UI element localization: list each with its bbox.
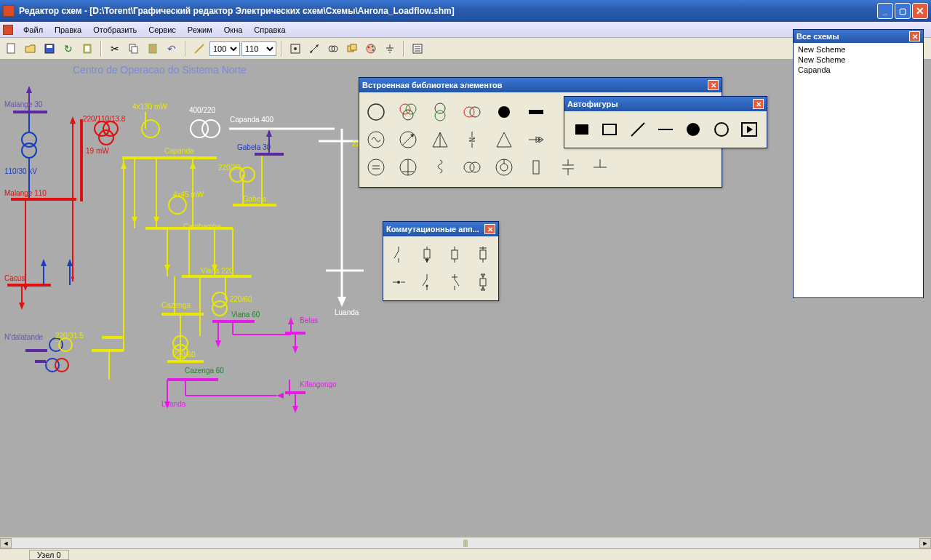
outline-rect-shape[interactable]	[599, 119, 620, 140]
diagonal-line-icon[interactable]	[305, 40, 323, 57]
schemes-panel[interactable]: Все схемы ✕ New Scheme New Scheme Capand…	[793, 29, 924, 298]
close-button[interactable]: ✕	[912, 3, 928, 19]
menu-mode[interactable]: Режим	[182, 24, 218, 36]
generator-symbol[interactable]	[365, 129, 387, 151]
save-icon[interactable]	[41, 40, 58, 57]
switch-7[interactable]	[445, 271, 465, 293]
maximize-button[interactable]: ▢	[895, 3, 911, 19]
svg-point-129	[368, 104, 384, 120]
close-icon[interactable]: ✕	[708, 80, 719, 90]
svg-line-178	[394, 251, 399, 258]
equal-circle-symbol[interactable]	[365, 156, 387, 178]
svg-marker-88	[153, 217, 159, 224]
menu-service[interactable]: Сервис	[143, 24, 182, 36]
switch-3[interactable]	[445, 244, 465, 265]
minimize-button[interactable]: _	[877, 3, 893, 19]
shapes-panel[interactable]: Автофигуры ✕	[564, 96, 767, 148]
menu-file[interactable]: Файл	[17, 24, 49, 36]
capacitor-symbol[interactable]	[557, 156, 579, 178]
horizontal-scrollbar[interactable]: ◄ ►	[0, 537, 931, 548]
triangle-symbol[interactable]	[429, 129, 451, 151]
thick-line-symbol[interactable]	[525, 101, 547, 123]
linked-circles-symbol[interactable]	[461, 156, 483, 178]
menu-windows[interactable]: Окна	[218, 24, 249, 36]
new-icon[interactable]	[3, 40, 20, 57]
canvas-area[interactable]: Malange 30110/30 kVMalange 110CacusN'dal…	[0, 60, 931, 537]
switch-panel-title[interactable]: Коммутационные апп... ✕	[383, 222, 498, 236]
play-shape[interactable]	[739, 119, 759, 140]
outline-circle-shape[interactable]	[711, 119, 731, 140]
open-icon[interactable]	[22, 40, 39, 57]
circle-symbol[interactable]	[365, 101, 387, 123]
ground-icon[interactable]	[381, 40, 399, 57]
svg-marker-124	[288, 317, 294, 324]
coil-symbol[interactable]	[429, 156, 451, 178]
paste-icon[interactable]	[79, 40, 96, 57]
cut-icon[interactable]: ✂	[106, 40, 124, 57]
switch-5[interactable]	[389, 271, 409, 293]
two-circle-h-symbol[interactable]	[461, 101, 483, 123]
switch-1[interactable]	[389, 244, 409, 265]
switch-4[interactable]	[474, 244, 493, 265]
scroll-right-icon[interactable]: ►	[919, 538, 931, 548]
double-arrow-symbol[interactable]	[525, 129, 547, 151]
filled-circle-shape[interactable]	[683, 119, 703, 140]
copy-icon[interactable]	[125, 40, 143, 57]
svg-rect-187	[480, 250, 486, 259]
scheme-item[interactable]: Capanda	[798, 65, 919, 75]
diagram-label: Malange 110	[4, 189, 47, 197]
cross-circle-symbol[interactable]	[397, 156, 419, 178]
list-icon[interactable]	[409, 40, 426, 57]
switch-2[interactable]	[417, 244, 437, 265]
paste2-icon[interactable]	[144, 40, 161, 57]
scroll-left-icon[interactable]: ◄	[0, 538, 12, 548]
zoom-combo-1[interactable]: 100	[209, 41, 240, 56]
svg-point-21	[372, 49, 375, 51]
inscribed-circle-symbol[interactable]	[493, 156, 515, 178]
scroll-track[interactable]	[12, 538, 919, 548]
close-icon[interactable]: ✕	[484, 224, 495, 234]
svg-rect-138	[529, 110, 543, 114]
menu-help[interactable]: Справка	[248, 24, 291, 36]
svg-point-53	[103, 121, 118, 136]
library-panel-title[interactable]: Встроенная библиотека элементов ✕	[359, 78, 722, 92]
palette-icon[interactable]	[362, 40, 380, 57]
rect-symbol[interactable]	[525, 156, 547, 178]
zoom-combo-2[interactable]: 110	[241, 41, 276, 56]
refresh-icon[interactable]: ↻	[60, 40, 77, 57]
scheme-item[interactable]: New Scheme	[798, 55, 919, 65]
switch-panel[interactable]: Коммутационные апп... ✕	[383, 221, 499, 301]
svg-point-134	[435, 111, 445, 121]
menu-view[interactable]: Отобразить	[87, 24, 143, 36]
filled-rect-shape[interactable]	[572, 119, 592, 140]
toolbar: ↻ ✂ ↶ 100 110	[0, 38, 931, 60]
close-icon[interactable]: ✕	[909, 31, 920, 41]
toolbar-separator	[281, 41, 282, 57]
triangle-outline-symbol[interactable]	[493, 129, 515, 151]
node-icon[interactable]	[287, 40, 304, 57]
switch-6[interactable]	[417, 271, 437, 293]
spark-symbol[interactable]	[461, 129, 483, 151]
filled-circle-symbol[interactable]	[493, 101, 515, 123]
app-icon	[3, 5, 15, 17]
status-cell: Узел 0	[29, 550, 69, 560]
h-line-shape[interactable]	[655, 119, 676, 140]
three-circle-symbol[interactable]	[397, 101, 419, 123]
menu-edit[interactable]: Правка	[49, 24, 87, 36]
layers-icon[interactable]	[343, 40, 361, 57]
diagram-label: Kifangongo	[300, 380, 337, 388]
scheme-item[interactable]: New Scheme	[798, 44, 919, 55]
shapes-panel-title[interactable]: Автофигуры ✕	[564, 97, 767, 111]
schemes-panel-title[interactable]: Все схемы ✕	[794, 30, 923, 43]
ground-symbol[interactable]	[589, 156, 611, 178]
toolbar-separator	[403, 41, 404, 57]
diagram-label: 400/220	[189, 106, 215, 114]
arrow-circle-symbol[interactable]	[397, 129, 419, 151]
close-icon[interactable]: ✕	[753, 99, 764, 109]
double-circle-icon[interactable]	[324, 40, 342, 57]
two-circle-v-symbol[interactable]	[429, 101, 451, 123]
diag-line-shape[interactable]	[628, 119, 648, 140]
pencil-icon[interactable]	[191, 40, 208, 57]
undo-icon[interactable]: ↶	[163, 40, 180, 57]
switch-8[interactable]	[474, 271, 493, 293]
